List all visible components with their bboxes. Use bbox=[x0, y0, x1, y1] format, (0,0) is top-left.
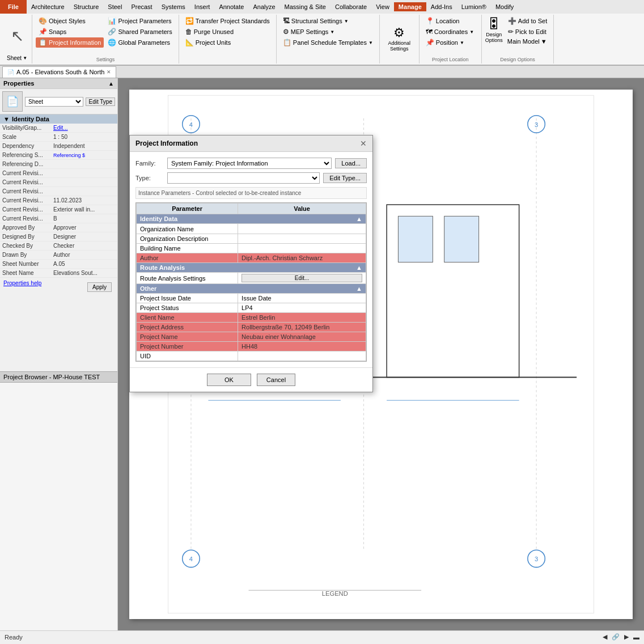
properties-help-link[interactable]: Properties help bbox=[3, 280, 41, 294]
status-right: ◀ 🔗 ▶ ▬ bbox=[603, 633, 639, 641]
global-params-icon: 🌐 bbox=[108, 39, 116, 46]
col-value: Value bbox=[238, 204, 366, 214]
shared-params-icon: 🔗 bbox=[108, 28, 116, 36]
col-parameter: Parameter bbox=[137, 204, 238, 214]
global-parameters-btn[interactable]: 🌐 Global Parameters bbox=[105, 37, 175, 48]
design-options-icon: 🎛 bbox=[487, 16, 501, 32]
panel-schedule-btn[interactable]: 📋 Panel Schedule Templates ▼ bbox=[280, 37, 376, 48]
dialog-cancel-button[interactable]: Cancel bbox=[257, 374, 295, 386]
menu-massing[interactable]: Massing & Site bbox=[280, 2, 331, 11]
add-to-set-btn[interactable]: ➕ Add to Set bbox=[505, 16, 550, 26]
apply-button[interactable]: Apply bbox=[87, 282, 112, 292]
menu-lumion[interactable]: Lumion® bbox=[457, 2, 491, 11]
properties-type-icon: 📄 bbox=[2, 91, 23, 112]
edit-route-btn[interactable]: Edit... bbox=[242, 274, 362, 282]
menu-steel[interactable]: Steel bbox=[103, 2, 126, 11]
tab-close[interactable]: ✕ bbox=[107, 69, 111, 75]
dialog-instance-desc: Instance Parameters - Control selected o… bbox=[135, 187, 367, 199]
file-button[interactable]: File bbox=[0, 0, 27, 14]
menu-insert[interactable]: Insert bbox=[190, 2, 215, 11]
prop-row-approved: Approved By Approver bbox=[0, 223, 117, 232]
position-btn[interactable]: 📌 Position ▼ bbox=[423, 37, 478, 48]
project-units-btn[interactable]: 📐 Project Units bbox=[183, 37, 273, 48]
menu-precast[interactable]: Precast bbox=[126, 2, 156, 11]
identity-collapse-icon[interactable]: ▼ bbox=[3, 116, 10, 122]
menu-architecture[interactable]: Architecture bbox=[27, 2, 69, 11]
dialog-close-button[interactable]: ✕ bbox=[360, 139, 367, 148]
settings-group-label: Settings bbox=[36, 56, 175, 62]
dialog-edit-type-button[interactable]: Edit Type... bbox=[323, 173, 367, 183]
menu-collaborate[interactable]: Collaborate bbox=[331, 2, 371, 11]
units-icon: 📐 bbox=[185, 39, 194, 46]
menu-manage[interactable]: Manage bbox=[394, 2, 426, 11]
pick-to-edit-btn[interactable]: ✏ Pick to Edit bbox=[505, 27, 550, 37]
tab-title: A.05 - Elevations South & North bbox=[16, 69, 104, 75]
edit-type-button[interactable]: Edit Type bbox=[86, 98, 115, 106]
menu-addins[interactable]: Add-Ins bbox=[426, 2, 457, 11]
additional-settings-btn[interactable]: ⚙ Additional Settings bbox=[385, 24, 414, 53]
row-uid: UID bbox=[137, 351, 366, 361]
project-browser-content bbox=[0, 383, 117, 630]
structural-icon: 🏗 bbox=[283, 17, 290, 25]
structural-settings-btn[interactable]: 🏗 Structural Settings ▼ bbox=[280, 16, 376, 26]
settings-group-label2 bbox=[183, 61, 273, 62]
mep-icon: ⚙ bbox=[283, 28, 289, 36]
project-parameters-btn[interactable]: 📊 Project Parameters bbox=[105, 16, 175, 26]
row-org-desc: Organization Description bbox=[137, 234, 366, 244]
snaps-icon: 📌 bbox=[39, 28, 47, 36]
menu-view[interactable]: View bbox=[371, 2, 394, 11]
snaps-btn[interactable]: 📌 Snaps bbox=[36, 27, 104, 37]
project-information-dialog: Project Information ✕ Family: System Fam… bbox=[129, 135, 373, 392]
nav-forward[interactable]: ▶ bbox=[624, 633, 629, 641]
coordinates-icon: 🗺 bbox=[426, 28, 433, 36]
svg-text:4: 4 bbox=[189, 121, 193, 128]
transfer-standards-btn[interactable]: 🔁 Transfer Project Standards bbox=[183, 16, 273, 26]
project-browser-header: Project Browser - MP-House TEST bbox=[0, 371, 117, 383]
dialog-family-select[interactable]: System Family: Project Information bbox=[167, 158, 332, 169]
prop-row-visibility: Visibility/Grap... Edit... bbox=[0, 124, 117, 133]
object-styles-btn[interactable]: 🎨 Object Styles bbox=[36, 16, 104, 26]
mep-settings-btn[interactable]: ⚙ MEP Settings ▼ bbox=[280, 27, 376, 37]
type-selector[interactable]: Sheet bbox=[25, 97, 83, 107]
route-collapse-btn[interactable]: ▲ bbox=[356, 264, 362, 271]
tab-bar: 📄 A.05 - Elevations South & North ✕ bbox=[0, 66, 644, 78]
dialog-title: Project Information bbox=[135, 139, 198, 147]
select-dropdown[interactable]: ▼ bbox=[23, 56, 27, 61]
org-name-input[interactable] bbox=[242, 225, 362, 232]
main-model-dropdown[interactable]: ▼ bbox=[541, 38, 547, 45]
menu-systems[interactable]: Systems bbox=[157, 2, 190, 11]
structural-group-label bbox=[280, 61, 376, 62]
other-collapse-btn[interactable]: ▲ bbox=[356, 285, 362, 292]
prop-row-sheet-number: Sheet Number A.05 bbox=[0, 260, 117, 269]
dialog-ok-button[interactable]: OK bbox=[207, 374, 251, 386]
dialog-type-row: Type: Edit Type... bbox=[135, 172, 367, 184]
prop-row-drawn: Drawn By Author bbox=[0, 251, 117, 260]
row-author: Author Dipl.-Arch. Christian Schwarz bbox=[137, 253, 366, 263]
row-project-name: Project Name Neubau einer Wohnanlage bbox=[137, 332, 366, 342]
dialog-type-select[interactable] bbox=[167, 172, 320, 184]
nav-back[interactable]: ◀ bbox=[603, 633, 607, 641]
menu-modify[interactable]: Modify bbox=[491, 2, 518, 11]
prop-row-revisi3: Current Revisi... 11.02.2023 bbox=[0, 196, 117, 205]
location-btn[interactable]: 📍 Location bbox=[423, 16, 478, 26]
row-address: Project Address Rollbergstraße 70, 12049… bbox=[137, 323, 366, 332]
view-tab-elevations[interactable]: 📄 A.05 - Elevations South & North ✕ bbox=[2, 66, 116, 78]
project-information-btn[interactable]: 📋 Project Information bbox=[36, 37, 104, 48]
select-label[interactable]: Sheet bbox=[7, 55, 22, 61]
identity-collapse-btn[interactable]: ▲ bbox=[356, 215, 362, 222]
row-status: Project Status LP4 bbox=[137, 303, 366, 313]
properties-collapse[interactable]: ▲ bbox=[108, 80, 114, 87]
purge-unused-btn[interactable]: 🗑 Purge Unused bbox=[183, 27, 273, 37]
ribbon-group-additional: ⚙ Additional Settings bbox=[380, 15, 420, 63]
dialog-load-button[interactable]: Load... bbox=[335, 158, 367, 168]
menu-annotate[interactable]: Annotate bbox=[214, 2, 248, 11]
dialog-family-label: Family: bbox=[135, 160, 164, 167]
ribbon-group-select: ↖ Sheet ▼ bbox=[2, 15, 32, 63]
prop-row-revisi0: Current Revisi... bbox=[0, 169, 117, 178]
coordinates-btn[interactable]: 🗺 Coordinates ▼ bbox=[423, 27, 478, 37]
shared-parameters-btn[interactable]: 🔗 Shared Parameters bbox=[105, 27, 175, 37]
menu-analyze[interactable]: Analyze bbox=[248, 2, 279, 11]
menu-structure[interactable]: Structure bbox=[69, 2, 104, 11]
svg-text:3: 3 bbox=[535, 556, 538, 562]
purge-icon: 🗑 bbox=[185, 28, 192, 36]
